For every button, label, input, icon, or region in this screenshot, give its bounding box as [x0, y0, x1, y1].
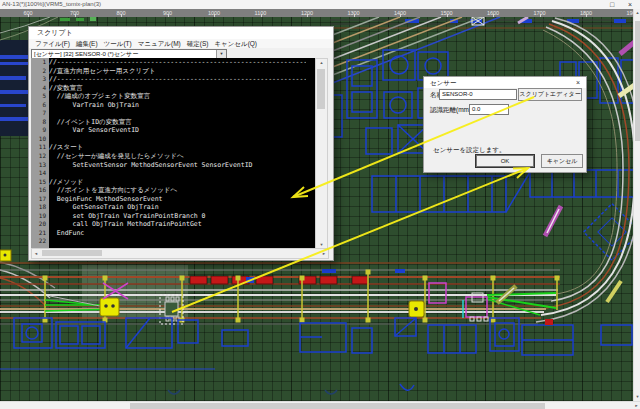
line-number: 18	[31, 203, 49, 212]
sensor-dialog: センサー × 名称 SENSOR-0 スクリプトエディター 認識距離(mm) 0…	[423, 76, 587, 173]
maximize-icon[interactable]: □	[606, 0, 618, 9]
menu-item[interactable]: ファイル(F)	[35, 39, 70, 48]
signal-object[interactable]	[100, 298, 119, 316]
line-number: 7	[31, 109, 49, 118]
close-icon[interactable]: ×	[573, 77, 583, 88]
editor-vscroll-thumb[interactable]	[317, 69, 325, 109]
editor-horizontal-scrollbar[interactable]: ◄ ►	[31, 248, 329, 259]
line-number-gutter: 12345678910111213141516171819202122	[31, 58, 49, 248]
line-number: 6	[31, 101, 49, 110]
script-code-editor[interactable]: 12345678910111213141516171819202122 //--…	[31, 58, 327, 248]
menu-item[interactable]: マニュアル(M)	[138, 39, 181, 48]
line-number: 21	[31, 229, 49, 238]
ok-button[interactable]: OK	[475, 154, 535, 168]
close-icon[interactable]: ×	[624, 0, 636, 9]
line-number: 2	[31, 67, 49, 76]
line-number: 10	[31, 135, 49, 144]
scroll-right-icon[interactable]: ►	[633, 402, 640, 409]
line-number: 4	[31, 84, 49, 93]
sensor-object-2[interactable]	[409, 301, 424, 317]
line-number: 5	[31, 92, 49, 101]
editor-scroll-left-icon[interactable]: ◄	[32, 249, 40, 258]
vertical-scrollbar[interactable]: ▲ ▼	[633, 9, 640, 401]
line-number: 1	[31, 58, 49, 67]
cancel-button[interactable]: キャンセル	[541, 154, 583, 168]
line-number: 20	[31, 220, 49, 229]
chevron-down-icon[interactable]: ▼	[216, 50, 226, 58]
line-number: 15	[31, 178, 49, 187]
distance-label: 認識距離(mm)	[430, 106, 471, 115]
line-number: 11	[31, 143, 49, 152]
diamond-building	[584, 204, 633, 261]
red-marker	[545, 319, 553, 325]
editor-vertical-scrollbar[interactable]: ▲ ▼	[315, 58, 328, 250]
script-target-value: [センサー] [32] SENSOR-0 (*)センサー	[34, 51, 138, 57]
editor-scroll-up-icon[interactable]: ▲	[316, 59, 327, 67]
distance-field[interactable]: 0.0	[469, 104, 509, 115]
script-window-titlebar[interactable]: スクリプト	[29, 27, 333, 39]
sensor-dialog-titlebar[interactable]: センサー ×	[424, 77, 586, 88]
line-number: 19	[31, 212, 49, 221]
line-number: 16	[31, 186, 49, 195]
menu-item[interactable]: キャンセル(Q)	[214, 39, 257, 48]
scroll-down-icon[interactable]: ▼	[634, 393, 640, 401]
line-number: 12	[31, 152, 49, 161]
sensor-dialog-title: センサー	[430, 79, 456, 86]
line-number: 14	[31, 169, 49, 178]
dark-yard-zone	[0, 40, 30, 136]
line-number: 8	[31, 118, 49, 127]
app-window: AN-13(*)[100%](VRM5_tomix-plan(3) □ × 60…	[0, 0, 640, 409]
script-editor-button[interactable]: スクリプトエディター	[518, 88, 582, 101]
script-menubar: ファイル(F)編集(E)ツール(T)マニュアル(M)確定(S)キャンセル(Q)	[29, 39, 333, 48]
menu-item[interactable]: 確定(S)	[187, 39, 209, 48]
sensor-object-3[interactable]	[0, 250, 11, 261]
line-number: 3	[31, 75, 49, 84]
window-title: AN-13(*)[100%](VRM5_tomix-plan(3)	[2, 0, 101, 9]
line-number: 17	[31, 195, 49, 204]
scroll-up-icon[interactable]: ▲	[634, 9, 640, 17]
menu-item[interactable]: 編集(E)	[76, 39, 98, 48]
line-number: 9	[31, 126, 49, 135]
script-target-row: [センサー] [32] SENSOR-0 (*)センサー ▼	[29, 48, 333, 58]
viaduct-row	[282, 170, 633, 233]
editor-scroll-right-icon[interactable]: ►	[320, 249, 328, 258]
horizontal-scrollbar[interactable]: ►	[0, 401, 640, 409]
menu-item[interactable]: ツール(T)	[104, 39, 132, 48]
editor-hscroll-thumb[interactable]	[42, 250, 102, 256]
name-field[interactable]: SENSOR-0	[439, 89, 517, 100]
horizontal-scroll-thumb[interactable]	[130, 403, 545, 409]
vertical-scroll-thumb[interactable]	[635, 21, 640, 141]
line-number: 22	[31, 237, 49, 246]
line-number: 13	[31, 161, 49, 170]
script-editor-window: スクリプト ファイル(F)編集(E)ツール(T)マニュアル(M)確定(S)キャン…	[28, 26, 334, 261]
script-window-title: スクリプト	[37, 29, 73, 36]
script-code-text[interactable]: //--------------------------------------…	[49, 58, 306, 248]
